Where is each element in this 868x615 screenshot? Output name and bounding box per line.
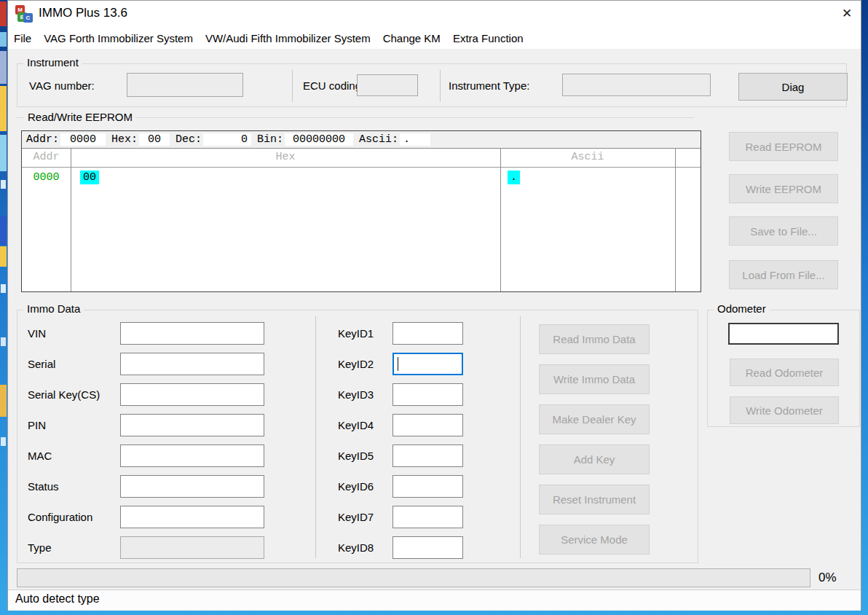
write-odometer-button[interactable]: Write Odometer	[730, 396, 839, 424]
keyid6-label: KeyID6	[338, 475, 374, 498]
desktop-icon-fragment	[1, 180, 6, 189]
keyid8-label: KeyID8	[338, 536, 374, 559]
desktop-icon-fragment	[0, 385, 7, 417]
selected-hex-byte[interactable]: 00	[80, 171, 99, 184]
vag-number-field[interactable]	[127, 73, 243, 97]
window-title: IMMO Plus 13.6	[39, 6, 127, 20]
read-immo-data-button[interactable]: Read Immo Data	[539, 324, 650, 354]
hex-column-header: Hex	[71, 151, 500, 163]
app-window: M E C IMMO Plus 13.6 ✕ File VAG Forth Im…	[7, 0, 861, 610]
pin-field[interactable]	[120, 414, 264, 436]
keyid2-field[interactable]	[392, 353, 463, 375]
keyid4-label: KeyID4	[338, 414, 374, 436]
menu-file[interactable]: File	[14, 32, 31, 44]
progress-percent: 0%	[818, 568, 837, 587]
type-field[interactable]	[120, 536, 264, 559]
keyid1-field[interactable]	[392, 322, 463, 345]
app-icon-cube-blue: C	[23, 13, 33, 23]
desktop-icon-fragment	[0, 1, 7, 26]
column-divider	[675, 149, 676, 291]
immo-data-group-label: Immo Data	[23, 302, 84, 315]
write-immo-data-button[interactable]: Write Immo Data	[539, 364, 650, 394]
keyid6-field[interactable]	[392, 475, 463, 498]
close-icon[interactable]: ✕	[835, 4, 859, 24]
text-cursor	[398, 357, 398, 371]
configuration-field[interactable]	[120, 506, 264, 528]
divider	[520, 316, 521, 558]
desktop-icon-fragment	[0, 32, 7, 47]
menu-bar: File VAG Forth Immobilizer System VW/Aud…	[8, 27, 861, 49]
inspector-bin-value: 00000000	[285, 133, 353, 146]
desktop-icon-fragment	[0, 86, 7, 131]
instrument-type-field[interactable]	[562, 74, 711, 96]
ecu-coding-field[interactable]	[357, 74, 418, 96]
desktop-icon-fragment	[0, 246, 7, 267]
divider	[315, 316, 316, 558]
status-text: Auto detect type	[15, 592, 100, 606]
desktop-icon-fragment	[1, 284, 6, 293]
status-bar: Auto detect type	[8, 589, 861, 610]
menu-vag-forth-immobilizer-system[interactable]: VAG Forth Immobilizer System	[44, 32, 193, 44]
serial-key-cs-label: Serial Key(CS)	[28, 383, 100, 406]
immo-data-group: Immo Data VIN Serial Serial Key(CS) PIN …	[17, 310, 698, 563]
inspector-hex-value: 00	[139, 133, 170, 146]
desktop-icon-fragment	[0, 135, 7, 171]
addr-column-header: Addr	[22, 151, 71, 163]
menu-extra-function[interactable]: Extra Function	[453, 32, 524, 44]
instrument-group: Instrument VAG number: ECU coding: Instr…	[17, 63, 847, 107]
ecu-coding-label: ECU coding:	[303, 74, 364, 97]
read-eeprom-button[interactable]: Read EEPROM	[729, 132, 838, 161]
inspector-addr-label: Addr:	[26, 133, 59, 146]
app-icon: M E C	[15, 5, 33, 23]
keyid4-field[interactable]	[392, 414, 463, 436]
serial-field[interactable]	[120, 353, 264, 375]
load-from-file-button[interactable]: Load From File...	[729, 260, 838, 289]
keyid7-field[interactable]	[392, 506, 463, 528]
instrument-group-label: Instrument	[23, 56, 82, 68]
desktop-icon-fragment	[1, 337, 6, 346]
hex-inspector-bar: Addr: 0000 Hex: 00 Dec: 0 Bin: 00000000 …	[22, 131, 701, 149]
configuration-label: Configuration	[28, 506, 92, 528]
mac-field[interactable]	[120, 444, 264, 467]
inspector-ascii-label: Ascii:	[359, 133, 398, 146]
serial-label: Serial	[28, 353, 55, 375]
hex-column-headers: Addr Hex Ascii	[22, 149, 701, 168]
hex-editor[interactable]: Addr: 0000 Hex: 00 Dec: 0 Bin: 00000000 …	[21, 130, 701, 292]
inspector-hex-label: Hex:	[111, 133, 138, 146]
column-divider	[71, 149, 71, 291]
odometer-field[interactable]	[728, 323, 839, 345]
instrument-type-label: Instrument Type:	[449, 74, 529, 97]
inspector-dec-label: Dec:	[175, 133, 202, 146]
inspector-bin-label: Bin:	[257, 133, 283, 146]
reset-instrument-button[interactable]: Reset Instrument	[539, 485, 650, 514]
status-field[interactable]	[120, 475, 264, 498]
menu-vw-audi-fifth-immobilizer-system[interactable]: VW/Audi Fifth Immobilizer System	[205, 32, 371, 44]
make-dealer-key-button[interactable]: Make Dealer Key	[539, 404, 650, 434]
title-bar: M E C IMMO Plus 13.6 ✕	[8, 1, 861, 27]
vin-field[interactable]	[120, 322, 264, 345]
inspector-ascii-value: .	[400, 133, 430, 146]
keyid1-label: KeyID1	[338, 322, 374, 345]
save-to-file-button[interactable]: Save to File...	[729, 216, 838, 246]
read-odometer-button[interactable]: Read Odometer	[730, 359, 839, 386]
selected-ascii-char[interactable]: .	[508, 171, 520, 184]
keyid2-label: KeyID2	[338, 353, 374, 375]
progress-bar	[17, 568, 810, 587]
menu-change-km[interactable]: Change KM	[383, 32, 441, 44]
service-mode-button[interactable]: Service Mode	[539, 525, 650, 555]
column-divider	[500, 149, 501, 291]
write-eeprom-button[interactable]: Write EEPROM	[729, 174, 838, 203]
keyid7-label: KeyID7	[338, 506, 374, 528]
diag-button[interactable]: Diag	[738, 73, 848, 101]
keyid3-field[interactable]	[392, 383, 463, 406]
keyid8-field[interactable]	[392, 536, 463, 559]
eeprom-group-label: Read/Write EEPROM	[24, 111, 136, 123]
add-key-button[interactable]: Add Key	[539, 444, 650, 474]
ascii-column-header: Ascii	[500, 151, 675, 163]
keyid5-field[interactable]	[392, 444, 463, 467]
inspector-addr-value: 0000	[60, 133, 106, 146]
pin-label: PIN	[28, 414, 46, 436]
serial-key-cs-field[interactable]	[120, 383, 264, 406]
desktop-icon-fragment	[0, 216, 7, 245]
desktop-icon-fragment	[0, 51, 7, 84]
